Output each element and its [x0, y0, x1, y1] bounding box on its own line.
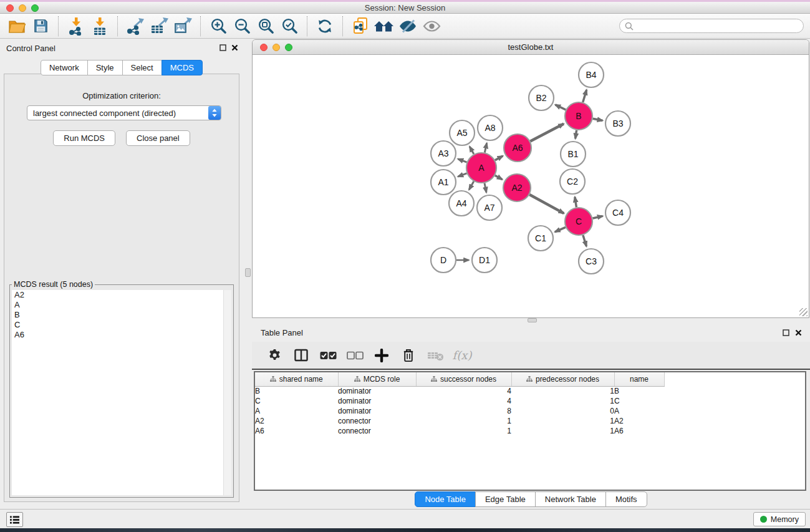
node-B3[interactable]: B3 — [605, 111, 630, 136]
table-row[interactable]: Adominator80A — [255, 406, 664, 416]
float-panel-icon[interactable] — [219, 44, 227, 52]
import-table-icon[interactable] — [88, 15, 112, 37]
edge-A-A3[interactable] — [458, 159, 466, 162]
import-network-icon[interactable] — [64, 15, 88, 37]
refresh-icon[interactable] — [313, 15, 337, 37]
edge-A2-C[interactable] — [529, 195, 564, 213]
close-window-button[interactable] — [6, 4, 14, 12]
table-options-icon[interactable] — [266, 346, 283, 365]
mcds-result-item[interactable]: C — [12, 320, 231, 330]
clone-network-icon[interactable] — [349, 15, 372, 37]
run-mcds-button[interactable]: Run MCDS — [53, 130, 115, 146]
edge-C-C2[interactable] — [575, 197, 577, 208]
column-header-shared-name[interactable]: shared name — [255, 372, 338, 386]
edge-B-B4[interactable] — [583, 90, 587, 102]
zoom-selected-icon[interactable] — [277, 15, 301, 37]
mcds-result-item[interactable]: A — [12, 300, 231, 310]
zoom-window-button[interactable] — [31, 4, 39, 12]
edge-A-A7[interactable] — [485, 183, 486, 193]
node-A7[interactable]: A7 — [477, 195, 502, 220]
edge-A-A5[interactable] — [470, 147, 474, 154]
horizontal-split-handle[interactable] — [528, 318, 537, 322]
edge-B-B1[interactable] — [576, 130, 577, 139]
close-table-panel-icon[interactable] — [794, 329, 803, 337]
node-B[interactable]: B — [565, 102, 592, 130]
column-header-mcds-role[interactable]: MCDS role — [338, 372, 416, 386]
table-row[interactable]: Cdominator41C — [255, 396, 664, 406]
edge-A-A6[interactable] — [495, 156, 503, 160]
resize-grip-icon[interactable] — [799, 308, 808, 316]
node-A3[interactable]: A3 — [431, 141, 456, 166]
mcds-result-item[interactable]: A2 — [12, 290, 231, 300]
minimize-network-button[interactable] — [272, 44, 280, 51]
network-canvas[interactable]: B4B2BB3A8A5A6A3B1AC2A1A2A4A7C4CC1C3DD1 — [253, 55, 809, 317]
node-C4[interactable]: C4 — [605, 200, 630, 225]
table-row[interactable]: A2connector11A2 — [255, 416, 664, 426]
edge-A-A1[interactable] — [458, 173, 466, 177]
node-A[interactable]: A — [466, 153, 496, 183]
tab-edge-table[interactable]: Edge Table — [475, 491, 536, 507]
column-header-predecessor-nodes[interactable]: predecessor nodes — [511, 372, 614, 386]
mcds-list-scrollbar[interactable] — [223, 290, 231, 495]
node-A6[interactable]: A6 — [504, 134, 531, 162]
save-session-icon[interactable] — [29, 15, 52, 37]
deselect-all-checks-icon[interactable] — [346, 346, 364, 365]
vertical-split-handle[interactable] — [245, 268, 251, 277]
node-A1[interactable]: A1 — [431, 170, 456, 195]
node-D[interactable]: D — [431, 248, 456, 273]
create-new-column-icon[interactable] — [373, 346, 390, 365]
edge-C-C1[interactable] — [555, 227, 566, 232]
select-all-checks-icon[interactable] — [319, 346, 337, 365]
close-panel-button[interactable]: Close panel — [126, 130, 190, 146]
close-network-button[interactable] — [260, 44, 268, 51]
zoom-fit-content-icon[interactable] — [254, 15, 277, 37]
edge-A-A2[interactable] — [495, 175, 503, 180]
network-graph[interactable]: B4B2BB3A8A5A6A3B1AC2A1A2A4A7C4CC1C3DD1 — [253, 55, 809, 317]
edge-C-C4[interactable] — [593, 216, 603, 218]
network-window-titlebar[interactable]: testGlobe.txt — [253, 40, 809, 55]
task-history-button[interactable] — [6, 512, 23, 527]
edge-B-B2[interactable] — [556, 105, 566, 110]
optimization-criterion-dropdown[interactable]: largest connected component (directed) — [27, 105, 221, 120]
node-B4[interactable]: B4 — [579, 62, 604, 87]
node-C1[interactable]: C1 — [528, 226, 553, 251]
column-header-successor-nodes[interactable]: successor nodes — [416, 372, 511, 386]
table-row[interactable]: A6connector11A6 — [255, 426, 664, 436]
node-B2[interactable]: B2 — [529, 85, 554, 110]
node-A5[interactable]: A5 — [450, 120, 475, 145]
tab-select[interactable]: Select — [122, 60, 162, 75]
export-image-icon[interactable] — [171, 15, 195, 37]
node-A8[interactable]: A8 — [478, 115, 503, 140]
search-input[interactable] — [619, 19, 804, 33]
mcds-result-item[interactable]: A6 — [12, 330, 231, 340]
hide-graphics-details-icon[interactable] — [396, 15, 420, 37]
tab-network[interactable]: Network — [41, 60, 88, 75]
float-table-panel-icon[interactable] — [782, 329, 790, 337]
tab-motifs[interactable]: Motifs — [605, 491, 647, 507]
close-panel-icon[interactable] — [231, 44, 239, 52]
delete-columns-icon[interactable] — [400, 346, 417, 365]
edge-B-B3[interactable] — [593, 118, 603, 120]
edge-A-A8[interactable] — [485, 143, 486, 152]
node-B1[interactable]: B1 — [561, 142, 586, 167]
edge-C-C3[interactable] — [583, 235, 587, 246]
minimize-window-button[interactable] — [19, 4, 26, 12]
tab-node-table[interactable]: Node Table — [415, 491, 476, 507]
mcds-result-item[interactable]: B — [12, 310, 231, 320]
show-graphics-details-icon[interactable] — [420, 15, 443, 37]
memory-button[interactable]: Memory — [753, 512, 806, 526]
zoom-in-icon[interactable] — [206, 15, 230, 37]
zoom-network-button[interactable] — [285, 44, 292, 51]
node-A2[interactable]: A2 — [503, 174, 531, 201]
tab-network-table[interactable]: Network Table — [535, 491, 606, 507]
node-A4[interactable]: A4 — [449, 191, 474, 216]
tab-mcds[interactable]: MCDS — [162, 60, 203, 75]
node-C3[interactable]: C3 — [579, 249, 604, 274]
zoom-out-icon[interactable] — [230, 15, 254, 37]
tab-style[interactable]: Style — [87, 60, 123, 75]
apply-preferred-layout-icon[interactable] — [372, 15, 396, 37]
node-D1[interactable]: D1 — [472, 248, 497, 273]
export-table-icon[interactable] — [147, 15, 171, 37]
edge-A-A4[interactable] — [469, 181, 474, 190]
table-row[interactable]: Bdominator41B — [255, 386, 664, 396]
